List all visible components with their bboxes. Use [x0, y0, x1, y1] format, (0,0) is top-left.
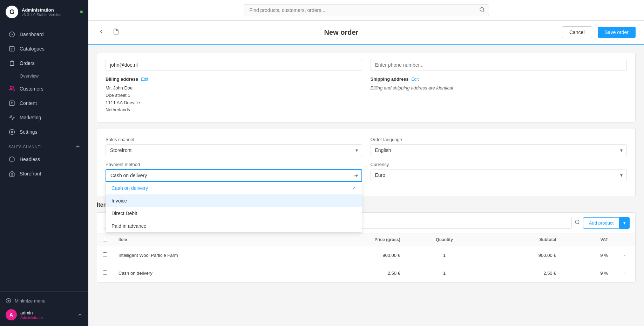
sales-channel-label: Sales Channel [8, 145, 43, 149]
save-order-button[interactable]: Save order [598, 27, 636, 38]
row1-price: 900,00 € [305, 246, 406, 264]
main: New order Cancel Save order Billing addr… [88, 0, 644, 326]
order-language-select[interactable]: English [371, 144, 627, 156]
currency-select[interactable]: Euro [371, 169, 627, 181]
dropdown-item-advance-label: Paid in advance [111, 223, 147, 229]
billing-edit-link[interactable]: Edit [141, 77, 148, 82]
add-sales-channel-button[interactable]: + [76, 144, 80, 150]
table-row: Cash on delivery 2,50 € 1 2,50 € 9 % ··· [97, 264, 635, 282]
sidebar-item-customers[interactable]: Customers [3, 82, 86, 96]
sidebar-item-storefront[interactable]: Storefront [3, 167, 86, 181]
shipping-edit-link[interactable]: Edit [412, 77, 419, 82]
select-all-checkbox[interactable] [103, 237, 107, 241]
payment-method-select[interactable]: Cash on delivery [106, 169, 362, 182]
sidebar-nav: Dashboard Catalogues Orders Overview Cus… [0, 24, 88, 291]
row2-quantity: 1 [406, 264, 483, 282]
col-item: Item [113, 233, 305, 246]
dropdown-item-cash[interactable]: Cash on delivery ✓ [106, 182, 362, 194]
search-bar [244, 4, 489, 16]
col-actions [614, 233, 635, 246]
search-icon [479, 7, 485, 14]
add-product-dropdown-button[interactable]: ▾ [619, 217, 630, 229]
row1-select-checkbox[interactable] [103, 252, 107, 257]
orders-icon [8, 60, 15, 67]
billing-address-block: Billing address Edit Mr. John Doe Doe st… [106, 76, 362, 114]
sidebar-item-orders[interactable]: Orders [3, 56, 86, 70]
row1-more-button[interactable]: ··· [619, 251, 630, 260]
payment-method-group: Payment method Cash on delivery Cash on … [106, 162, 362, 182]
phone-field[interactable] [371, 59, 627, 71]
row2-actions: ··· [614, 264, 635, 282]
row1-vat: 9 % [562, 246, 614, 264]
app-name: Administration [22, 7, 61, 13]
dropdown-item-direct-label: Direct Debit [111, 211, 137, 216]
marketing-icon [8, 114, 15, 121]
dropdown-item-cash-label: Cash on delivery [111, 185, 148, 191]
col-price: Price (gross) [305, 233, 406, 246]
sidebar-item-label-catalogues: Catalogues [20, 46, 45, 52]
payment-chevron-icon [353, 173, 358, 178]
sales-channel-group: Sales channel Storefront [106, 137, 362, 156]
catalogues-icon [8, 45, 15, 52]
sidebar-header: G Administration v6.3.1.0 Stable Version [0, 0, 88, 24]
sidebar-item-marketing[interactable]: Marketing [3, 111, 86, 125]
email-field[interactable] [106, 59, 362, 71]
row2-item: Cash on delivery [113, 264, 305, 282]
billing-postal: 1111 AA Doeville [106, 99, 362, 107]
check-icon: ✓ [352, 185, 356, 191]
search-input[interactable] [244, 4, 489, 16]
sidebar-item-label-dashboard: Dashboard [20, 32, 44, 37]
customers-icon [8, 85, 15, 92]
shipping-address-block: Shipping address Edit Billing and shippi… [371, 76, 627, 92]
minimize-menu-button[interactable]: Minimize menu [6, 296, 83, 306]
items-search-button[interactable] [575, 219, 580, 226]
settings-icon [8, 128, 15, 135]
admin-chevron-icon [77, 312, 83, 318]
row1-item: Intelligent Wool Particle Farm [113, 246, 305, 264]
content-area: Billing address Edit Mr. John Doe Doe st… [88, 45, 644, 326]
online-indicator [80, 11, 83, 13]
row2-select-checkbox[interactable] [103, 270, 107, 275]
payment-method-select-wrapper: Cash on delivery Cash on delivery ✓ [106, 169, 362, 182]
sidebar-footer: Minimize menu A admin Administrator [0, 291, 88, 326]
sidebar-item-settings[interactable]: Settings [3, 125, 86, 139]
admin-name: admin [20, 310, 74, 315]
billing-street: Doe street 1 [106, 92, 362, 99]
sales-channel-select[interactable]: Storefront [106, 144, 362, 156]
sidebar-item-dashboard[interactable]: Dashboard [3, 27, 86, 41]
sidebar-item-catalogues[interactable]: Catalogues [3, 42, 86, 56]
app-version: v6.3.1.0 Stable Version [22, 13, 61, 17]
cancel-button[interactable]: Cancel [562, 26, 592, 38]
items-table-header: Item Price (gross) Quantity Subtotal VAT [97, 233, 635, 246]
row2-more-button[interactable]: ··· [619, 268, 630, 278]
add-product-button[interactable]: Add product [583, 217, 619, 229]
dropdown-item-invoice[interactable]: Invoice [106, 194, 362, 207]
billing-country: Netherlands [106, 106, 362, 114]
admin-role: Administrator [20, 315, 74, 320]
customer-card: Billing address Edit Mr. John Doe Doe st… [97, 53, 636, 122]
sidebar-sub-item-overview[interactable]: Overview [3, 71, 86, 81]
table-row: Intelligent Wool Particle Farm 900,00 € … [97, 246, 635, 264]
currency-label: Currency [371, 162, 627, 167]
sidebar-item-label-storefront: Storefront [20, 171, 41, 177]
sidebar-item-content[interactable]: Content [3, 96, 86, 110]
admin-avatar: A [6, 309, 17, 320]
dropdown-item-advance[interactable]: Paid in advance [106, 220, 362, 232]
back-button[interactable] [97, 27, 106, 38]
shipping-address-label: Shipping address Edit [371, 76, 627, 82]
order-details-card: Sales channel Storefront Order language [97, 128, 636, 196]
form-row-2: Payment method Cash on delivery Cash on … [106, 162, 627, 182]
svg-point-4 [11, 131, 13, 133]
sidebar-item-label-orders: Orders [20, 60, 35, 66]
payment-method-label: Payment method [106, 162, 362, 167]
topbar [88, 0, 644, 21]
order-header: New order Cancel Save order [88, 21, 644, 45]
order-language-group: Order language English [371, 137, 627, 156]
sidebar-item-headless[interactable]: Headless [3, 152, 86, 166]
minimize-menu-label: Minimize menu [15, 298, 45, 304]
dropdown-item-direct[interactable]: Direct Debit [106, 207, 362, 220]
document-button[interactable] [111, 27, 121, 38]
items-table-body: Intelligent Wool Particle Farm 900,00 € … [97, 246, 635, 282]
sidebar-item-label-settings: Settings [20, 129, 38, 135]
app-logo: G [6, 6, 18, 18]
